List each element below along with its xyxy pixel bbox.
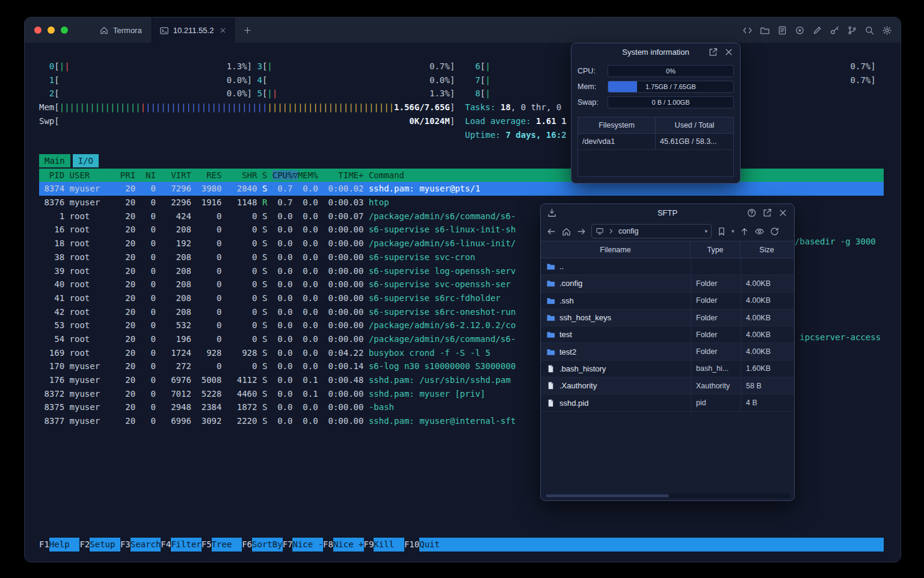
file-row-ssh_host_keys[interactable]: ssh_host_keysFolder4.00KB — [541, 309, 794, 326]
fkey-f5: F5 — [202, 538, 212, 552]
zoom-window-button[interactable] — [61, 26, 68, 34]
folder-icon[interactable] — [760, 25, 770, 36]
folder-icon — [546, 347, 555, 356]
fkey-button-help[interactable]: Help — [49, 538, 80, 552]
fkey-button-nice[interactable]: Nice + — [333, 538, 364, 552]
process-row-8374[interactable]: 8374 myuser 20 0 7296 3980 2840 S 0.7 0.… — [39, 182, 884, 196]
folder-icon — [546, 262, 555, 271]
fkey-button-filter[interactable]: Filter — [171, 538, 202, 552]
file-column-header-filename[interactable]: Filename — [541, 241, 691, 258]
file-row-test[interactable]: testFolder4.00KB — [541, 326, 794, 343]
minimize-window-button[interactable] — [48, 26, 55, 34]
file-icon — [546, 399, 555, 408]
htop-tab-main[interactable]: Main — [39, 154, 70, 167]
host-tab-label: 10.211.55.2 — [173, 26, 214, 35]
bookmark-icon[interactable] — [716, 226, 727, 237]
folder-icon — [546, 313, 555, 322]
help-icon[interactable] — [747, 208, 757, 218]
path-breadcrumb[interactable]: config ▾ — [591, 224, 712, 238]
tasks-summary: Tasks: 18, 0 thr, 0 — [465, 102, 567, 112]
fkey-button-tree[interactable]: Tree — [212, 538, 242, 552]
close-panel-icon[interactable] — [778, 208, 788, 218]
window-controls — [25, 17, 76, 43]
file-name: .. — [559, 262, 564, 271]
code-icon[interactable] — [742, 25, 753, 36]
fkey-button-sortby[interactable]: SortBy — [252, 538, 283, 552]
forward-icon[interactable] — [576, 226, 587, 237]
branch-icon[interactable] — [847, 25, 857, 36]
home-directory-icon[interactable] — [561, 226, 571, 237]
file-size-cell: 4.00KB — [741, 309, 793, 326]
fkey-button-quit[interactable]: Quit — [419, 538, 450, 552]
close-window-button[interactable] — [34, 26, 42, 34]
file-column-header-type[interactable]: Type — [691, 241, 741, 258]
file-row-.bash_history[interactable]: .bash_historybash_hi...1.60KB — [541, 361, 794, 378]
meter-value: 0 B / 1.00GB — [608, 97, 733, 108]
cpu-meter-1: 1[0.0%] — [39, 73, 252, 87]
scrollbar-thumb[interactable] — [546, 494, 669, 497]
key-icon[interactable] — [830, 25, 840, 36]
file-size-cell: 4.00KB — [741, 275, 793, 291]
file-name: sshd.pid — [559, 399, 588, 408]
fkey-f8: F8 — [323, 538, 333, 552]
file-type-cell — [691, 258, 741, 275]
up-directory-icon[interactable] — [739, 226, 750, 237]
fkey-button-kill[interactable]: Kill — [374, 538, 404, 552]
show-hidden-files-icon[interactable] — [754, 226, 765, 237]
file-type-cell: Folder — [691, 309, 741, 326]
system-meter-row: CPU:0% — [578, 65, 734, 76]
file-row-.config[interactable]: .configFolder4.00KB — [541, 275, 794, 292]
file-name: test2 — [559, 347, 576, 356]
refresh-icon[interactable] — [769, 226, 780, 237]
meter-bar: 0 B / 1.00GB — [608, 96, 734, 108]
close-panel-icon[interactable] — [724, 47, 734, 57]
open-in-new-window-icon[interactable] — [708, 47, 718, 57]
fkey-f9: F9 — [364, 538, 374, 552]
file-row-.ssh[interactable]: .sshFolder4.00KB — [541, 293, 794, 309]
path-segment[interactable]: config — [618, 227, 701, 235]
computer-icon — [596, 227, 604, 235]
edit-icon[interactable] — [812, 25, 822, 36]
fkey-f6: F6 — [242, 538, 252, 552]
file-row-test2[interactable]: test2Folder4.00KB — [541, 343, 794, 360]
chevron-down-icon[interactable]: ▾ — [704, 228, 707, 234]
file-name-cell: .config — [541, 275, 691, 291]
settings-icon[interactable] — [882, 25, 892, 36]
folder-icon — [546, 279, 555, 288]
file-name-cell: .bash_history — [541, 361, 691, 377]
filesystem-row[interactable]: /dev/vda145.61GB / 58.3... — [578, 134, 733, 150]
file-column-header-size[interactable]: Size — [741, 241, 793, 258]
load-average: Load average: 1.61 1 — [465, 116, 567, 126]
fkey-button-search[interactable]: Search — [131, 538, 161, 552]
fkey-button-setup[interactable]: Setup — [90, 538, 120, 552]
file-name: .config — [559, 279, 582, 288]
record-icon[interactable] — [795, 25, 805, 36]
horizontal-scrollbar[interactable] — [544, 494, 790, 498]
tab-termora-home[interactable]: Termora — [90, 17, 152, 43]
bookmark-dropdown-icon[interactable]: ▾ — [732, 228, 735, 234]
home-tab-label: Termora — [113, 26, 142, 35]
new-tab-button[interactable] — [235, 17, 260, 43]
tab-host-10-211-55-2[interactable]: 10.211.55.2 — [152, 17, 235, 43]
command-overflow-fragment: /basedir -g 3000 — [795, 237, 876, 246]
file-row-..[interactable]: .. — [541, 258, 794, 275]
file-type-cell: Xauthority — [691, 378, 741, 394]
sort-column-header[interactable]: CPU%▽ — [273, 170, 298, 180]
process-table-header[interactable]: PID USER PRI NI VIRT RES SHR S CPU%▽MEM%… — [39, 169, 884, 182]
file-name-cell: test — [541, 326, 691, 343]
htop-screen-tabs: MainI/O — [39, 154, 99, 167]
log-icon[interactable] — [777, 25, 787, 36]
open-in-new-window-icon[interactable] — [762, 208, 772, 218]
back-icon[interactable] — [546, 226, 556, 237]
system-meter-row: Swap:0 B / 1.00GB — [578, 96, 734, 108]
file-row-.Xauthority[interactable]: .XauthorityXauthority58 B — [541, 378, 794, 394]
download-icon[interactable] — [547, 208, 557, 218]
system-meter-row: Mem:1.75GB / 7.65GB — [578, 81, 734, 92]
fkey-button-nice[interactable]: Nice - — [292, 538, 323, 552]
htop-tab-io[interactable]: I/O — [73, 154, 99, 167]
close-tab-icon[interactable] — [219, 26, 227, 34]
search-icon[interactable] — [864, 25, 875, 36]
sftp-titlebar: SFTP — [541, 204, 794, 222]
file-row-sshd.pid[interactable]: sshd.pidpid4 B — [541, 394, 794, 411]
file-icon — [546, 381, 555, 390]
